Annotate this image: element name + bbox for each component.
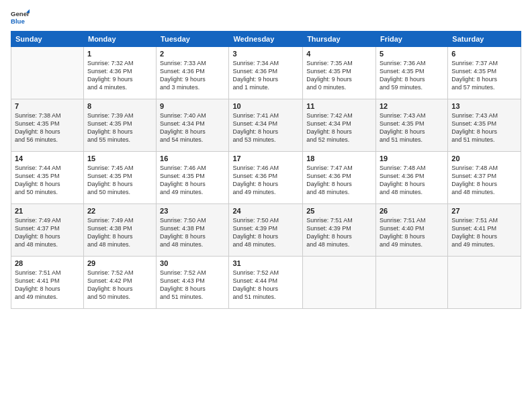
day-number: 1 bbox=[87, 50, 152, 58]
day-cell: 24Sunrise: 7:50 AM Sunset: 4:39 PM Dayli… bbox=[229, 204, 303, 257]
day-number: 5 bbox=[380, 50, 444, 58]
day-cell: 20Sunrise: 7:48 AM Sunset: 4:37 PM Dayli… bbox=[448, 152, 521, 204]
svg-text:Blue: Blue bbox=[11, 17, 25, 25]
day-info: Sunrise: 7:46 AM Sunset: 4:36 PM Dayligh… bbox=[232, 164, 299, 197]
day-number: 12 bbox=[380, 102, 444, 110]
svg-text:General: General bbox=[11, 10, 30, 17]
day-cell: 6Sunrise: 7:37 AM Sunset: 4:35 PM Daylig… bbox=[448, 47, 521, 99]
day-info: Sunrise: 7:52 AM Sunset: 4:43 PM Dayligh… bbox=[160, 269, 225, 302]
day-cell: 14Sunrise: 7:44 AM Sunset: 4:35 PM Dayli… bbox=[11, 152, 84, 204]
day-cell: 30Sunrise: 7:52 AM Sunset: 4:43 PM Dayli… bbox=[157, 257, 229, 309]
day-info: Sunrise: 7:36 AM Sunset: 4:35 PM Dayligh… bbox=[380, 59, 444, 92]
day-number: 30 bbox=[160, 259, 225, 267]
day-cell: 15Sunrise: 7:45 AM Sunset: 4:35 PM Dayli… bbox=[83, 152, 156, 204]
day-cell: 11Sunrise: 7:42 AM Sunset: 4:34 PM Dayli… bbox=[303, 99, 376, 152]
day-number: 25 bbox=[306, 207, 372, 215]
week-row-2: 7Sunrise: 7:38 AM Sunset: 4:35 PM Daylig… bbox=[11, 99, 521, 152]
day-info: Sunrise: 7:38 AM Sunset: 4:35 PM Dayligh… bbox=[15, 111, 80, 144]
header-row: SundayMondayTuesdayWednesdayThursdayFrid… bbox=[11, 32, 521, 47]
day-number: 24 bbox=[232, 207, 299, 215]
day-number: 11 bbox=[306, 102, 372, 110]
day-info: Sunrise: 7:45 AM Sunset: 4:35 PM Dayligh… bbox=[87, 164, 152, 197]
day-cell: 29Sunrise: 7:52 AM Sunset: 4:42 PM Dayli… bbox=[83, 257, 156, 309]
day-cell bbox=[303, 257, 376, 309]
day-info: Sunrise: 7:52 AM Sunset: 4:44 PM Dayligh… bbox=[232, 269, 299, 302]
day-number: 21 bbox=[15, 207, 80, 215]
day-info: Sunrise: 7:48 AM Sunset: 4:37 PM Dayligh… bbox=[451, 164, 517, 197]
day-info: Sunrise: 7:42 AM Sunset: 4:34 PM Dayligh… bbox=[306, 111, 372, 144]
day-cell: 27Sunrise: 7:51 AM Sunset: 4:41 PM Dayli… bbox=[448, 204, 521, 257]
day-info: Sunrise: 7:41 AM Sunset: 4:34 PM Dayligh… bbox=[232, 111, 299, 144]
day-number: 6 bbox=[451, 50, 517, 58]
day-info: Sunrise: 7:51 AM Sunset: 4:41 PM Dayligh… bbox=[15, 269, 80, 302]
day-number: 26 bbox=[380, 207, 444, 215]
header: General Blue bbox=[11, 8, 521, 27]
day-cell: 18Sunrise: 7:47 AM Sunset: 4:36 PM Dayli… bbox=[303, 152, 376, 204]
day-info: Sunrise: 7:48 AM Sunset: 4:36 PM Dayligh… bbox=[380, 164, 444, 197]
day-cell bbox=[448, 257, 521, 309]
day-number: 19 bbox=[380, 154, 444, 163]
day-cell: 1Sunrise: 7:32 AM Sunset: 4:36 PM Daylig… bbox=[83, 47, 156, 99]
day-number: 7 bbox=[15, 102, 80, 110]
day-info: Sunrise: 7:49 AM Sunset: 4:38 PM Dayligh… bbox=[87, 216, 152, 249]
logo-icon: General Blue bbox=[11, 8, 30, 27]
day-info: Sunrise: 7:39 AM Sunset: 4:35 PM Dayligh… bbox=[87, 111, 152, 144]
day-number: 28 bbox=[15, 259, 80, 267]
week-row-3: 14Sunrise: 7:44 AM Sunset: 4:35 PM Dayli… bbox=[11, 152, 521, 204]
week-row-5: 28Sunrise: 7:51 AM Sunset: 4:41 PM Dayli… bbox=[11, 257, 521, 309]
day-cell: 3Sunrise: 7:34 AM Sunset: 4:36 PM Daylig… bbox=[229, 47, 303, 99]
day-cell: 4Sunrise: 7:35 AM Sunset: 4:35 PM Daylig… bbox=[303, 47, 376, 99]
day-number: 10 bbox=[232, 102, 299, 110]
day-info: Sunrise: 7:50 AM Sunset: 4:38 PM Dayligh… bbox=[160, 216, 225, 249]
day-number: 20 bbox=[451, 154, 517, 163]
day-cell: 17Sunrise: 7:46 AM Sunset: 4:36 PM Dayli… bbox=[229, 152, 303, 204]
day-info: Sunrise: 7:49 AM Sunset: 4:37 PM Dayligh… bbox=[15, 216, 80, 249]
day-cell bbox=[11, 47, 84, 99]
day-info: Sunrise: 7:51 AM Sunset: 4:41 PM Dayligh… bbox=[451, 216, 517, 249]
day-number: 29 bbox=[87, 259, 152, 267]
col-header-tuesday: Tuesday bbox=[157, 32, 229, 47]
day-cell: 5Sunrise: 7:36 AM Sunset: 4:35 PM Daylig… bbox=[375, 47, 447, 99]
day-number: 4 bbox=[306, 50, 372, 58]
day-info: Sunrise: 7:35 AM Sunset: 4:35 PM Dayligh… bbox=[306, 59, 372, 92]
col-header-monday: Monday bbox=[83, 32, 156, 47]
day-cell: 13Sunrise: 7:43 AM Sunset: 4:35 PM Dayli… bbox=[448, 99, 521, 152]
day-info: Sunrise: 7:46 AM Sunset: 4:35 PM Dayligh… bbox=[160, 164, 225, 197]
day-cell: 21Sunrise: 7:49 AM Sunset: 4:37 PM Dayli… bbox=[11, 204, 84, 257]
day-info: Sunrise: 7:50 AM Sunset: 4:39 PM Dayligh… bbox=[232, 216, 299, 249]
day-info: Sunrise: 7:37 AM Sunset: 4:35 PM Dayligh… bbox=[451, 59, 517, 92]
day-info: Sunrise: 7:43 AM Sunset: 4:35 PM Dayligh… bbox=[451, 111, 517, 144]
day-number: 22 bbox=[87, 207, 152, 215]
page: General Blue SundayMondayTuesdayWednesda… bbox=[0, 0, 532, 411]
day-number: 3 bbox=[232, 50, 299, 58]
day-cell: 8Sunrise: 7:39 AM Sunset: 4:35 PM Daylig… bbox=[83, 99, 156, 152]
day-cell: 28Sunrise: 7:51 AM Sunset: 4:41 PM Dayli… bbox=[11, 257, 84, 309]
day-cell bbox=[375, 257, 447, 309]
day-cell: 26Sunrise: 7:51 AM Sunset: 4:40 PM Dayli… bbox=[375, 204, 447, 257]
day-cell: 2Sunrise: 7:33 AM Sunset: 4:36 PM Daylig… bbox=[157, 47, 229, 99]
day-info: Sunrise: 7:52 AM Sunset: 4:42 PM Dayligh… bbox=[87, 269, 152, 302]
day-number: 17 bbox=[232, 154, 299, 163]
col-header-saturday: Saturday bbox=[448, 32, 521, 47]
day-cell: 25Sunrise: 7:51 AM Sunset: 4:39 PM Dayli… bbox=[303, 204, 376, 257]
day-cell: 12Sunrise: 7:43 AM Sunset: 4:35 PM Dayli… bbox=[375, 99, 447, 152]
day-info: Sunrise: 7:33 AM Sunset: 4:36 PM Dayligh… bbox=[160, 59, 225, 92]
day-cell: 7Sunrise: 7:38 AM Sunset: 4:35 PM Daylig… bbox=[11, 99, 84, 152]
week-row-4: 21Sunrise: 7:49 AM Sunset: 4:37 PM Dayli… bbox=[11, 204, 521, 257]
day-cell: 23Sunrise: 7:50 AM Sunset: 4:38 PM Dayli… bbox=[157, 204, 229, 257]
day-number: 13 bbox=[451, 102, 517, 110]
day-info: Sunrise: 7:51 AM Sunset: 4:40 PM Dayligh… bbox=[380, 216, 444, 249]
col-header-thursday: Thursday bbox=[303, 32, 376, 47]
day-cell: 31Sunrise: 7:52 AM Sunset: 4:44 PM Dayli… bbox=[229, 257, 303, 309]
day-number: 18 bbox=[306, 154, 372, 163]
calendar-table: SundayMondayTuesdayWednesdayThursdayFrid… bbox=[11, 31, 521, 309]
day-number: 27 bbox=[451, 207, 517, 215]
col-header-wednesday: Wednesday bbox=[229, 32, 303, 47]
day-number: 15 bbox=[87, 154, 152, 163]
day-number: 14 bbox=[15, 154, 80, 163]
day-info: Sunrise: 7:44 AM Sunset: 4:35 PM Dayligh… bbox=[15, 164, 80, 197]
day-cell: 10Sunrise: 7:41 AM Sunset: 4:34 PM Dayli… bbox=[229, 99, 303, 152]
day-number: 9 bbox=[160, 102, 225, 110]
day-cell: 19Sunrise: 7:48 AM Sunset: 4:36 PM Dayli… bbox=[375, 152, 447, 204]
day-info: Sunrise: 7:47 AM Sunset: 4:36 PM Dayligh… bbox=[306, 164, 372, 197]
